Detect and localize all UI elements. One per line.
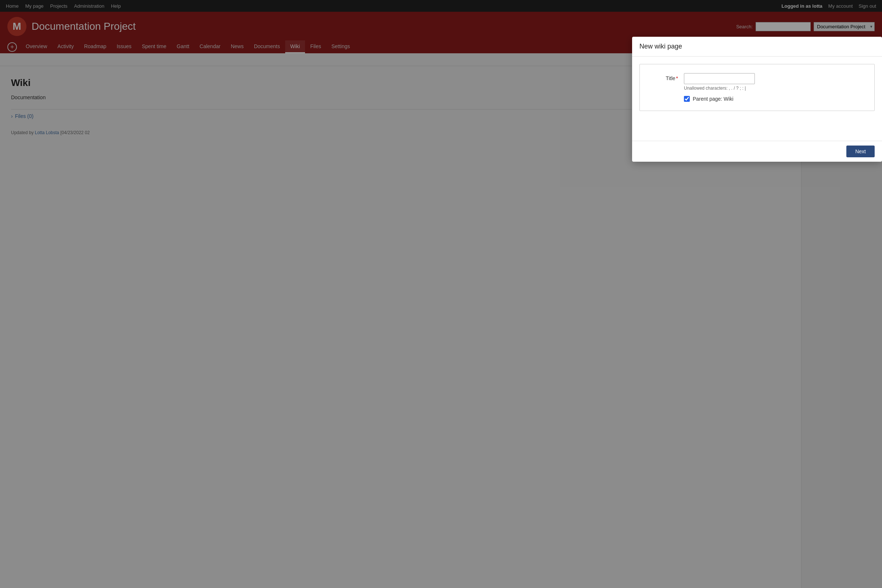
- modal-overlay: New wiki page Title* Unallowed character…: [0, 0, 882, 588]
- title-input-area: Unallowed characters: , . / ? ; : |: [684, 73, 866, 91]
- new-wiki-page-dialog: New wiki page Title* Unallowed character…: [632, 37, 882, 162]
- title-form-row: Title* Unallowed characters: , . / ? ; :…: [649, 73, 866, 91]
- title-label: Title*: [649, 73, 678, 81]
- parent-page-checkbox[interactable]: [684, 96, 690, 102]
- parent-page-row: Parent page: Wiki: [684, 96, 866, 102]
- title-hint: Unallowed characters: , . / ? ; : |: [684, 86, 866, 91]
- modal-footer: Next: [632, 141, 882, 162]
- parent-page-label: Parent page: Wiki: [693, 96, 734, 102]
- modal-body: Title* Unallowed characters: , . / ? ; :…: [632, 57, 882, 141]
- wiki-title-input[interactable]: [684, 73, 755, 84]
- required-star: *: [676, 75, 678, 81]
- next-button[interactable]: Next: [846, 146, 874, 157]
- modal-header: New wiki page: [632, 37, 882, 57]
- modal-form: Title* Unallowed characters: , . / ? ; :…: [639, 64, 874, 111]
